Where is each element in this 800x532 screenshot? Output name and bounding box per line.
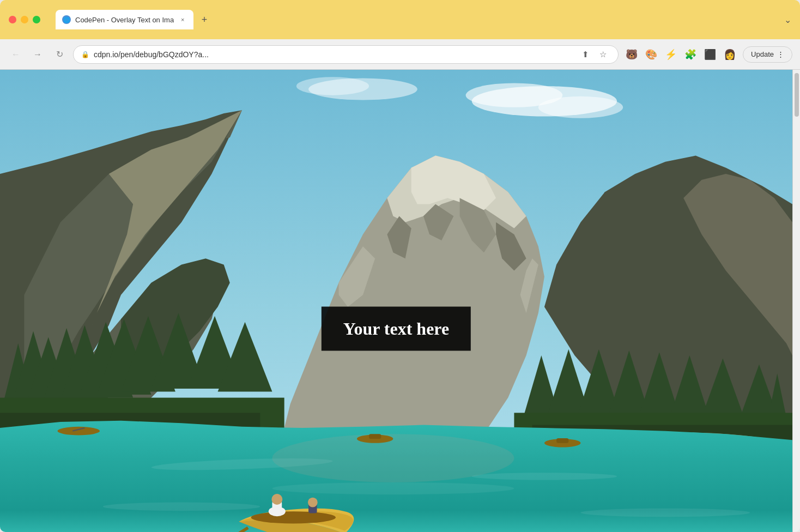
puzzle-extension-icon[interactable]: 🧩: [683, 47, 698, 62]
update-label: Update: [751, 50, 774, 58]
tab-dropdown-button[interactable]: ⌄: [784, 15, 791, 25]
svg-point-61: [251, 511, 336, 523]
address-bar[interactable]: 🔒 cdpn.io/pen/debug/bGQzdOY?a... ⬆ ☆: [73, 45, 619, 64]
bear-extension-icon[interactable]: 🐻: [624, 47, 639, 62]
content-area: Your text here: [0, 70, 800, 532]
overlay-text-box: Your text here: [322, 306, 471, 350]
update-button[interactable]: Update ⋮: [743, 46, 792, 63]
svg-point-3: [538, 96, 623, 118]
forward-icon: →: [33, 50, 42, 59]
color-extension-icon[interactable]: 🎨: [644, 47, 659, 62]
browser-extensions: 🐻 🎨 ⚡ 🧩 ⬛ 👩: [624, 47, 737, 62]
svg-point-5: [296, 77, 369, 95]
url-actions: ⬆ ☆: [578, 47, 610, 62]
more-icon: ⋮: [777, 50, 784, 58]
title-bar: 🌐 CodePen - Overlay Text on Ima × + ⌄: [0, 0, 800, 39]
lock-icon: 🔒: [81, 51, 89, 58]
svg-point-54: [272, 434, 514, 482]
traffic-lights: [9, 16, 40, 23]
share-button[interactable]: ⬆: [578, 47, 593, 62]
svg-rect-60: [556, 438, 568, 443]
scrollbar[interactable]: [792, 70, 800, 532]
svg-point-52: [103, 503, 260, 511]
scrollbar-thumb[interactable]: [795, 73, 799, 117]
tab-bar: 🌐 CodePen - Overlay Text on Ima × +: [56, 10, 778, 29]
nav-bar: ← → ↻ 🔒 cdpn.io/pen/debug/bGQzdOY?a... ⬆…: [0, 39, 800, 70]
forward-button[interactable]: →: [29, 46, 46, 63]
overlay-text: Your text here: [343, 318, 449, 338]
lake-scene-svg: [0, 70, 792, 532]
svg-point-53: [581, 509, 750, 517]
back-icon: ←: [11, 50, 20, 59]
tab-title: CodePen - Overlay Text on Ima: [75, 16, 174, 24]
active-tab[interactable]: 🌐 CodePen - Overlay Text on Ima ×: [56, 10, 193, 29]
svg-point-68: [271, 494, 282, 505]
bookmark-button[interactable]: ☆: [595, 47, 610, 62]
reload-icon: ↻: [56, 49, 63, 59]
close-button[interactable]: [9, 16, 16, 23]
avatar-extension-icon[interactable]: 👩: [722, 47, 737, 62]
reload-button[interactable]: ↻: [51, 46, 68, 63]
url-text: cdpn.io/pen/debug/bGQzdOY?a...: [94, 50, 573, 59]
svg-point-51: [272, 482, 514, 494]
svg-point-50: [472, 473, 617, 480]
svg-rect-58: [369, 434, 381, 439]
tab-close-button[interactable]: ×: [178, 15, 187, 24]
new-tab-button[interactable]: +: [197, 12, 212, 27]
back-button[interactable]: ←: [8, 46, 24, 63]
sidebar-extension-icon[interactable]: ⬛: [702, 47, 718, 62]
lightning-extension-icon[interactable]: ⚡: [663, 47, 678, 62]
svg-point-55: [57, 427, 100, 436]
page-content: Your text here: [0, 70, 792, 532]
minimize-button[interactable]: [21, 16, 28, 23]
tab-favicon-icon: 🌐: [62, 15, 71, 24]
browser-window: 🌐 CodePen - Overlay Text on Ima × + ⌄ ← …: [0, 0, 800, 532]
svg-point-70: [308, 498, 318, 507]
url-domain: cdpn.io/pen/debug/bGQzdOY?a...: [94, 50, 209, 59]
maximize-button[interactable]: [33, 16, 40, 23]
